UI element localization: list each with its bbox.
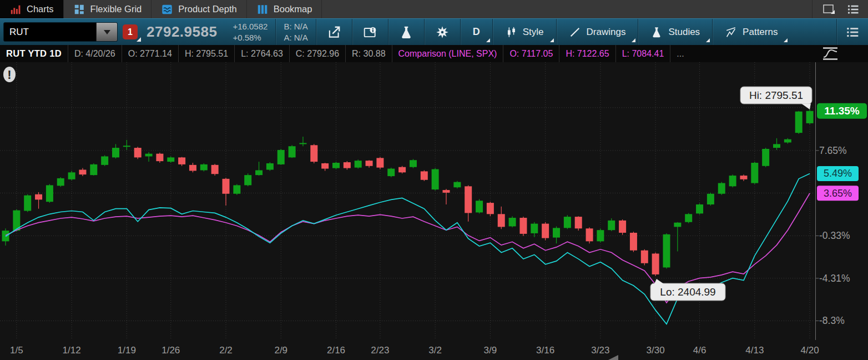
patterns-menu-button[interactable]: Patterns	[713, 19, 790, 45]
chart-mode-icon[interactable]	[820, 46, 840, 61]
tabbar-menu-button[interactable]	[845, 2, 861, 17]
candle	[310, 145, 317, 162]
candle	[443, 190, 450, 193]
last-price: 2792.9585	[147, 23, 217, 41]
hamburger-menu-icon	[845, 25, 860, 39]
style-label: Style	[523, 27, 544, 38]
high-flag: Hi: 2795.51	[740, 87, 812, 109]
x-axis-label: 4/20	[801, 345, 819, 356]
y-axis-label: -4.31%	[819, 273, 850, 284]
tab-bookmap[interactable]: Bookmap	[247, 0, 322, 18]
tab-label: Bookmap	[274, 4, 312, 14]
candle	[476, 201, 483, 212]
share-icon	[327, 25, 341, 39]
studies-menu-button[interactable]: Studies	[638, 19, 712, 45]
layout-box-icon	[821, 3, 836, 16]
settings-button[interactable]	[425, 19, 460, 45]
candle	[46, 185, 53, 202]
candle	[509, 218, 516, 226]
comparison-line[interactable]	[6, 173, 810, 324]
tab-label: Flexible Grid	[90, 4, 142, 14]
candle	[498, 214, 505, 227]
candle	[729, 176, 736, 186]
candle	[453, 182, 461, 188]
ask-value: A: N/A	[284, 32, 307, 43]
symbol-input[interactable]: RUT	[3, 22, 118, 42]
panel-resize-handle[interactable]	[607, 355, 618, 360]
comparison-label[interactable]: Comparison (LINE, SPX)	[392, 45, 504, 62]
x-axis-label: 3/16	[536, 345, 554, 356]
candle	[806, 111, 814, 123]
candle	[597, 230, 604, 241]
candle	[564, 217, 571, 228]
candle	[398, 167, 406, 173]
layout-select-button[interactable]	[820, 2, 837, 17]
patterns-icon	[725, 26, 737, 38]
timeframe-button[interactable]: D	[461, 19, 492, 45]
candle	[35, 194, 42, 200]
link-group-badge[interactable]: 1	[123, 24, 138, 39]
gear-icon	[435, 25, 450, 39]
symbol-dropdown-button[interactable]	[96, 23, 117, 41]
candle	[685, 214, 692, 222]
price-change-block: +16.0582 +0.58%	[225, 21, 275, 43]
svg-text:Hi: 2795.51: Hi: 2795.51	[749, 89, 803, 101]
candle	[68, 172, 75, 179]
candle	[332, 163, 340, 168]
high-field: H: 2795.51	[179, 45, 235, 62]
symbol-value: RUT	[4, 27, 96, 38]
candle	[740, 176, 747, 179]
candle	[630, 233, 637, 251]
candle	[156, 154, 163, 161]
tab-flexible-grid[interactable]: Flexible Grid	[64, 0, 152, 18]
candle	[586, 228, 593, 241]
x-axis-label: 2/2	[219, 345, 233, 356]
candle	[376, 158, 383, 167]
candle	[299, 143, 306, 144]
analyze-button[interactable]	[388, 19, 424, 45]
candlesticks	[2, 109, 814, 276]
open-field: O: 2771.14	[122, 45, 179, 62]
bar-chart-icon	[9, 3, 22, 16]
range-field: R: 30.88	[346, 45, 392, 62]
style-menu-button[interactable]: Style	[493, 19, 556, 45]
candle	[718, 183, 725, 194]
document-info-icon	[363, 25, 377, 39]
toolbar-menu-button[interactable]	[837, 19, 868, 45]
candle	[112, 148, 119, 157]
candle	[344, 162, 351, 168]
time-axis[interactable]: 1/51/121/191/262/22/92/162/233/23/93/163…	[10, 345, 819, 356]
bid-value: B: N/A	[284, 21, 307, 32]
candle	[233, 185, 240, 193]
candle	[608, 221, 615, 230]
candle	[90, 164, 97, 175]
y-axis-label: -8.3%	[819, 315, 845, 326]
chart-alert-icon[interactable]: !	[3, 67, 16, 82]
chart-canvas[interactable]: 7.65%-0.33%-4.31%-8.3%Hi: 2795.51Lo: 240…	[0, 62, 868, 360]
candle	[134, 148, 142, 157]
candle	[663, 234, 670, 268]
share-button[interactable]	[316, 19, 352, 45]
candle	[487, 203, 494, 214]
candle	[784, 139, 791, 143]
candle	[619, 221, 626, 233]
svg-text:3.65%: 3.65%	[824, 188, 852, 199]
tabbar-right-controls	[812, 0, 868, 18]
drawings-menu-button[interactable]: Drawings	[557, 19, 638, 45]
x-axis-label: 2/9	[274, 345, 287, 356]
top-tab-bar: Charts Flexible Grid Product Depth Bookm…	[0, 0, 868, 18]
candle	[57, 178, 64, 186]
bid-ask-block: B: N/A A: N/A	[276, 21, 315, 43]
chart-toolbar: RUT 1 2792.9585 +16.0582 +0.58% B: N/A A…	[0, 18, 868, 45]
tab-charts[interactable]: Charts	[0, 0, 64, 18]
x-axis-label: 1/26	[162, 345, 180, 356]
depth-waves-icon	[161, 3, 173, 16]
price-chart[interactable]: 7.65%-0.33%-4.31%-8.3%Hi: 2795.51Lo: 240…	[0, 62, 868, 360]
news-button[interactable]	[352, 19, 388, 45]
svg-text:5.49%: 5.49%	[824, 168, 852, 179]
x-axis-label: 3/30	[647, 345, 665, 356]
more-fields-ellipsis[interactable]: ...	[670, 45, 690, 62]
candle	[707, 194, 714, 204]
tab-product-depth[interactable]: Product Depth	[152, 0, 246, 18]
ohlc-status-bar: RUT YTD 1D D: 4/20/26 O: 2771.14 H: 2795…	[0, 45, 868, 62]
